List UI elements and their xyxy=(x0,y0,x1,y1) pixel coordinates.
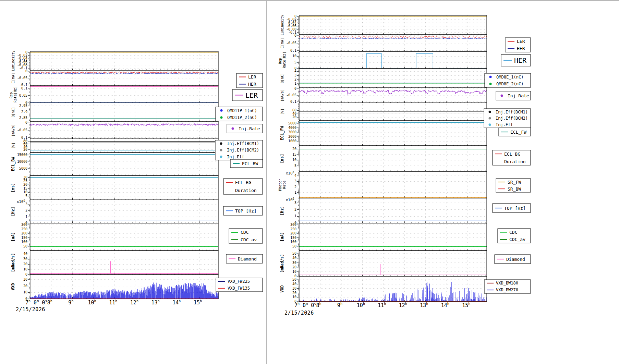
y-tick-label: 2.95 xyxy=(19,104,27,108)
date-label-left: 2/15/2026 xyxy=(16,306,45,313)
y-tick-label: 0 xyxy=(25,272,27,276)
her-panel-strip-luminosity: 0-0.02-0.04-0.06-0.08-0.1Luminosity xyxy=(280,14,487,35)
axis-label-ua: [uA] xyxy=(11,232,15,242)
x-tick-label: 9h xyxy=(68,299,76,306)
y-tick-label: 100 xyxy=(290,240,296,244)
ler-panel-strip-vxd: 3020100VXD xyxy=(11,275,218,301)
legend-sample-marker xyxy=(501,95,503,97)
legend-vxd: VXD_FW225VXD_FW135 xyxy=(216,278,263,292)
legend-sample-marker xyxy=(220,116,223,119)
legend-inj-rate: Inj.Rate xyxy=(496,91,531,100)
y-tick-label: 1 xyxy=(294,82,296,85)
axis-label-reprate: Rep. xyxy=(9,90,13,98)
y-tick-label: 15 xyxy=(23,186,27,190)
legend-ecl-bg: ECL BGDuration xyxy=(493,150,531,165)
her-panel-strip-reprate: 1050Rep.Rate[Hz] xyxy=(278,51,487,70)
legend-label: Duration xyxy=(235,188,257,193)
legend-inj-eff: Inj.Eff(BCM1)Inj.Eff(BCM2)Inj.Eff xyxy=(215,140,263,160)
legend-ler-her: LERHER xyxy=(505,38,531,52)
legend-label: Inj.Eff xyxy=(227,155,244,159)
y-tick-label: 250 xyxy=(21,227,27,231)
legend-sample-marker xyxy=(489,123,491,126)
y-tick-label: 2.85 xyxy=(19,116,27,120)
y-tick-label: -0.05 xyxy=(286,41,296,45)
y-tick-label: 150 xyxy=(21,236,27,240)
legend-label: Diamond xyxy=(238,256,257,262)
legend-label: QMD8E_2(nC) xyxy=(496,82,523,86)
series-LER xyxy=(299,36,487,37)
y-tick-label: 1000 xyxy=(288,139,296,143)
y-tick-label: 25 xyxy=(23,179,27,183)
axis-label-ms: [ms] xyxy=(11,183,15,193)
legend-label: QMD8E_1(nC) xyxy=(496,75,523,80)
axis-label-luminosity: Luminosity xyxy=(280,15,284,35)
y-tick-label: 10 xyxy=(23,190,27,194)
legend-qmd: QMD11P_1(nC)QMD11P_2(nC) xyxy=(216,107,263,121)
her-panel-strip-mrad: 50403020100[mRad/s] xyxy=(280,251,487,278)
strip-frame xyxy=(30,200,218,223)
y-tick-label: 50 xyxy=(23,244,27,248)
y-tick-label: 15 xyxy=(292,153,296,156)
y-tick-label: 5 xyxy=(25,194,27,198)
strip-frame xyxy=(30,86,218,103)
y-tick-label: 20 xyxy=(23,262,27,266)
axis-label-ua: [uA] xyxy=(280,232,284,242)
y-tick-label: 5 xyxy=(294,60,296,64)
strip-frame xyxy=(299,121,487,146)
date-label-right: 2/15/2026 xyxy=(284,310,314,316)
her-panel: 0-0.02-0.04-0.06-0.08-0.1Luminosity0-0.0… xyxy=(278,14,531,308)
x-tick-label: 8h xyxy=(47,299,56,306)
ler-panel-strip-reprate: 0.10.050Rep.Rate[Hz] xyxy=(9,86,218,105)
y-tick-label: -0.05 xyxy=(17,76,27,80)
y-tick-label: 2 xyxy=(294,77,296,81)
y-tick-label: 20 xyxy=(292,147,296,151)
x-tick-label: 11h xyxy=(109,299,120,306)
legend-label: HER xyxy=(248,82,256,87)
ler-panel-strip-charge: 2.952.92.85Q[nC] xyxy=(11,103,218,122)
x-tick-label: 9h xyxy=(337,302,345,308)
y-tick-label: 0.1 xyxy=(21,86,27,90)
series-HER xyxy=(30,73,218,74)
legend-label: Inj.Eff(BCM1) xyxy=(227,141,259,146)
her-panel-strip-injeff: 604020[%] xyxy=(280,103,487,121)
y-tick-label: 15000 xyxy=(17,153,27,157)
her-panel-strip-photon: 4321PhotonRatex105 xyxy=(278,171,487,198)
y-tick-label: 5000 xyxy=(288,121,296,125)
y-tick-label: 40 xyxy=(292,256,296,260)
legend-cdc: CDCCDC_av xyxy=(498,229,531,243)
legend-diamond: Diamond xyxy=(495,255,531,264)
series-LER xyxy=(30,72,218,73)
x-tick-label: 14h xyxy=(441,302,452,308)
legend-top: TOP [Hz] xyxy=(493,204,531,213)
ler-panel-strip-injrate: 0-0.05-0.1[mA/s] xyxy=(11,121,218,139)
legend-her-big: HER xyxy=(501,54,531,66)
legend-label: SR_BW xyxy=(508,186,521,192)
axis-label-photon: Photon xyxy=(278,179,282,191)
legend-inj-eff: Inj.Eff(BCM1)Inj.Eff(BCM2)Inj.Eff xyxy=(484,109,531,128)
y-tick-label: 2 xyxy=(25,208,27,212)
legend-diamond: Diamond xyxy=(226,254,263,263)
legend-label: HER xyxy=(517,46,525,51)
legend-cdc: CDCCDC_av xyxy=(229,229,263,243)
y-tick-label: 0.05 xyxy=(19,94,27,97)
strip-frame xyxy=(30,175,218,200)
her-panel-strip-vxd: 50403020100VXD xyxy=(280,276,487,303)
her-panel-strip-ms: 2015105[ms] xyxy=(280,146,487,171)
strip-frame xyxy=(30,103,218,122)
legend-label: TOP [Hz] xyxy=(504,206,526,211)
axis-label-reprate: Rate[Hz] xyxy=(13,86,17,102)
x-tick-label: 13h xyxy=(420,302,431,308)
axis-label-injeff: [%] xyxy=(280,109,284,115)
y-tick-label: 2000 xyxy=(288,135,296,138)
axis-label-top: [Hz] xyxy=(11,207,15,216)
y-tick-label: 20 xyxy=(292,265,296,269)
legend-label: ECL BG xyxy=(235,180,251,185)
y-tick-label: 0 xyxy=(25,69,27,73)
axis-label-ecl: ECL_BW xyxy=(11,157,16,171)
strip-frame xyxy=(30,251,218,275)
y-tick-label: 100 xyxy=(21,240,27,244)
y-tick-label: 5 xyxy=(294,164,296,168)
strip-frame xyxy=(30,51,218,70)
y-tick-label: 250 xyxy=(290,227,296,231)
axis-label-vxd: VXD xyxy=(280,286,284,293)
